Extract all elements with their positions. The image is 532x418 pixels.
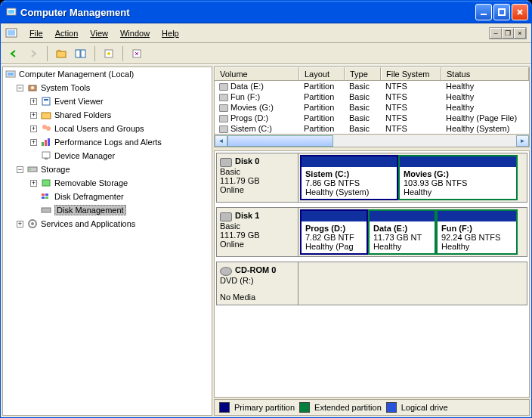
tree-device-mgr[interactable]: Device Manager xyxy=(3,149,212,163)
svg-rect-2 xyxy=(481,14,487,15)
disk-info: Disk 1Basic111.79 GBOnline xyxy=(217,208,298,256)
col-volume[interactable]: Volume xyxy=(215,67,299,80)
minimize-button[interactable] xyxy=(475,4,492,20)
table-row[interactable]: Sistem (C:)PartitionBasicNTFSHealthy (Sy… xyxy=(215,123,529,134)
svg-rect-13 xyxy=(8,73,14,76)
close-button[interactable] xyxy=(512,4,528,20)
svg-point-35 xyxy=(31,222,34,225)
forward-button[interactable] xyxy=(25,45,42,62)
cdrom-info: CD-ROM 0 DVD (R:) No Media xyxy=(217,262,298,304)
svg-rect-16 xyxy=(42,98,50,105)
tree-perf-logs[interactable]: +Performance Logs and Alerts xyxy=(3,135,212,149)
svg-point-15 xyxy=(31,86,34,89)
disk-icon xyxy=(220,212,232,221)
disk-view[interactable]: Disk 0Basic111.79 GBOnlineSistem (C:)7.8… xyxy=(214,150,530,398)
table-row[interactable]: Fun (F:)PartitionBasicNTFSHealthy xyxy=(215,91,529,102)
partition[interactable]: Progs (D:)7.82 GB NTFHealthy (Pag xyxy=(300,209,368,255)
col-type[interactable]: Type xyxy=(345,67,381,80)
table-row[interactable]: Movies (G:)PartitionBasicNTFSHealthy xyxy=(215,102,529,113)
tree-defrag[interactable]: Disk Defragmenter xyxy=(3,190,212,203)
scroll-left-icon[interactable]: ◄ xyxy=(215,135,227,147)
svg-point-27 xyxy=(29,169,31,170)
svg-point-10 xyxy=(107,52,110,55)
tree-disk-mgmt[interactable]: Disk Management xyxy=(3,203,212,217)
content-area: Computer Management (Local) −System Tool… xyxy=(1,64,531,417)
refresh-button[interactable] xyxy=(128,45,145,62)
cdrom-row[interactable]: CD-ROM 0 DVD (R:) No Media xyxy=(216,262,527,305)
disk-info: Disk 0Basic111.79 GBOnline xyxy=(217,153,298,202)
tree-storage[interactable]: −Storage xyxy=(3,163,212,176)
expand-icon[interactable]: + xyxy=(30,125,37,132)
mdi-close-button[interactable]: × xyxy=(514,28,526,39)
h-scrollbar[interactable]: ◄ ► xyxy=(215,134,529,147)
legend-primary: Primary partition xyxy=(234,403,295,412)
menu-window[interactable]: Window xyxy=(114,26,156,40)
partition[interactable]: Fun (F:)92.24 GB NTFSHealthy xyxy=(436,209,518,255)
expand-icon[interactable]: + xyxy=(30,180,37,187)
partition[interactable]: Data (E:)11.73 GB NTHealthy xyxy=(368,209,436,255)
mdi-restore-button[interactable]: ❐ xyxy=(502,28,514,39)
svg-rect-3 xyxy=(499,9,505,15)
toolbar xyxy=(1,43,531,64)
partition[interactable]: Sistem (C:)7.86 GB NTFSHealthy (System) xyxy=(300,155,398,200)
disk-row[interactable]: Disk 0Basic111.79 GBOnlineSistem (C:)7.8… xyxy=(216,153,527,203)
svg-rect-26 xyxy=(28,167,37,172)
volume-grid[interactable]: Volume Layout Type File System Status Da… xyxy=(214,67,530,147)
svg-rect-32 xyxy=(45,197,48,199)
table-row[interactable]: Progs (D:)PartitionBasicNTFSHealthy (Pag… xyxy=(215,113,529,123)
window: Computer Management File Action View Win… xyxy=(0,0,532,418)
svg-rect-28 xyxy=(42,180,50,186)
properties-button[interactable] xyxy=(101,45,117,62)
svg-rect-30 xyxy=(45,194,48,196)
window-title: Computer Management xyxy=(20,7,475,18)
expand-icon[interactable]: + xyxy=(30,112,37,119)
legend-primary-swatch xyxy=(219,402,230,413)
tree-services[interactable]: +Services and Applications xyxy=(3,217,212,231)
app-icon xyxy=(5,6,17,18)
collapse-icon[interactable]: − xyxy=(17,166,23,173)
legend-extended: Extended partition xyxy=(314,403,382,412)
scroll-thumb[interactable] xyxy=(227,135,333,147)
legend-logical-swatch xyxy=(386,402,397,413)
svg-point-20 xyxy=(46,126,51,131)
volume-icon xyxy=(219,104,228,112)
scroll-track[interactable] xyxy=(227,135,516,147)
titlebar[interactable]: Computer Management xyxy=(1,1,531,23)
tree-event-viewer[interactable]: +Event Viewer xyxy=(3,94,212,108)
mdi-icon xyxy=(5,27,17,39)
menu-file[interactable]: File xyxy=(23,26,49,40)
disk-icon xyxy=(220,158,232,167)
expand-icon[interactable]: + xyxy=(17,221,23,228)
menu-action[interactable]: Action xyxy=(49,26,85,40)
tree-local-users[interactable]: +Local Users and Groups xyxy=(3,122,212,135)
svg-rect-21 xyxy=(42,142,44,146)
col-status[interactable]: Status xyxy=(441,67,529,80)
mdi-minimize-button[interactable]: – xyxy=(490,28,502,39)
scroll-right-icon[interactable]: ► xyxy=(516,135,529,147)
col-filesystem[interactable]: File System xyxy=(381,67,441,80)
tree-root[interactable]: Computer Management (Local) xyxy=(3,67,212,81)
svg-rect-29 xyxy=(42,194,45,196)
menubar: File Action View Window Help – ❐ × xyxy=(1,23,531,43)
up-folder-button[interactable] xyxy=(53,45,70,62)
legend-extended-swatch xyxy=(299,402,310,413)
tree-view[interactable]: Computer Management (Local) −System Tool… xyxy=(2,67,212,416)
expand-icon[interactable]: + xyxy=(30,98,37,105)
menu-help[interactable]: Help xyxy=(156,26,185,40)
cdrom-icon xyxy=(220,267,232,276)
tree-system-tools[interactable]: −System Tools xyxy=(3,81,212,94)
expand-icon[interactable]: + xyxy=(30,139,37,146)
grid-header[interactable]: Volume Layout Type File System Status xyxy=(215,67,529,81)
disk-row[interactable]: Disk 1Basic111.79 GBOnlineProgs (D:)7.82… xyxy=(216,207,527,257)
partition[interactable]: Movies (G:)103.93 GB NTFSHealthy xyxy=(398,155,518,200)
tree-removable[interactable]: +Removable Storage xyxy=(3,176,212,190)
maximize-button[interactable] xyxy=(493,4,510,20)
col-layout[interactable]: Layout xyxy=(299,67,345,80)
back-button[interactable] xyxy=(5,45,22,62)
show-hide-button[interactable] xyxy=(73,45,89,62)
svg-rect-22 xyxy=(45,140,47,146)
tree-shared-folders[interactable]: +Shared Folders xyxy=(3,108,212,122)
table-row[interactable]: Data (E:)PartitionBasicNTFSHealthy xyxy=(215,81,529,91)
menu-view[interactable]: View xyxy=(84,26,114,40)
collapse-icon[interactable]: − xyxy=(17,85,23,91)
